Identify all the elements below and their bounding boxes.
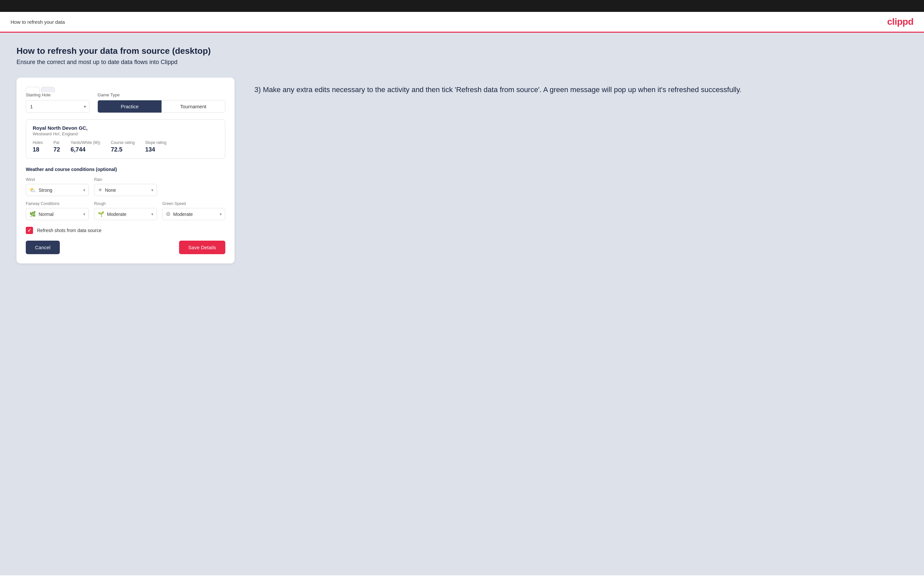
stat-course-rating: Course rating 72.5 bbox=[111, 140, 135, 153]
logo: clippd bbox=[887, 16, 913, 27]
tab-preview bbox=[26, 87, 225, 92]
course-rating-value: 72.5 bbox=[111, 146, 135, 153]
yards-label: Yards/White (M)) bbox=[71, 140, 100, 145]
rain-select[interactable]: None bbox=[105, 187, 149, 193]
empty-group bbox=[162, 177, 225, 196]
fairway-group: Fairway Conditions 🌿 Normal ▾ bbox=[26, 201, 89, 220]
practice-button[interactable]: Practice bbox=[98, 100, 161, 113]
green-speed-select-wrapper[interactable]: ⚙ Moderate ▾ bbox=[162, 208, 225, 220]
rain-select-wrapper[interactable]: ☀ None ▾ bbox=[94, 184, 157, 196]
yards-value: 6,744 bbox=[71, 146, 100, 153]
par-label: Par bbox=[53, 140, 60, 145]
content-row: Starting Hole 1 ▾ Game Type Practice Tou… bbox=[16, 77, 908, 263]
course-location: Westward Ho!, England bbox=[33, 131, 218, 136]
main-content: How to refresh your data from source (de… bbox=[0, 33, 924, 575]
fairway-select[interactable]: Normal bbox=[39, 211, 81, 217]
save-details-button[interactable]: Save Details bbox=[179, 241, 225, 254]
fairway-rough-green-row: Fairway Conditions 🌿 Normal ▾ Rough 🌱 bbox=[26, 201, 225, 220]
rain-chevron-icon: ▾ bbox=[151, 188, 153, 192]
stat-yards: Yards/White (M)) 6,744 bbox=[71, 140, 100, 153]
refresh-checkbox[interactable] bbox=[26, 227, 33, 234]
wind-label: Wind bbox=[26, 177, 89, 182]
form-actions: Cancel Save Details bbox=[26, 241, 225, 254]
starting-hole-game-type-row: Starting Hole 1 ▾ Game Type Practice Tou… bbox=[26, 92, 225, 113]
wind-select-wrapper[interactable]: ⛅ Strong ▾ bbox=[26, 184, 89, 196]
course-rating-label: Course rating bbox=[111, 140, 135, 145]
game-type-group: Game Type Practice Tournament bbox=[97, 92, 225, 113]
fairway-chevron-icon: ▾ bbox=[83, 212, 85, 216]
holes-label: Holes bbox=[33, 140, 43, 145]
rough-label: Rough bbox=[94, 201, 157, 206]
rain-group: Rain ☀ None ▾ bbox=[94, 177, 157, 196]
par-value: 72 bbox=[53, 146, 60, 153]
rough-chevron-icon: ▾ bbox=[151, 212, 153, 216]
starting-hole-select-wrapper[interactable]: 1 ▾ bbox=[26, 100, 89, 113]
rough-select[interactable]: Moderate bbox=[107, 211, 149, 217]
green-speed-select[interactable]: Moderate bbox=[173, 211, 217, 217]
wind-group: Wind ⛅ Strong ▾ bbox=[26, 177, 89, 196]
stat-holes: Holes 18 bbox=[33, 140, 43, 153]
cancel-button[interactable]: Cancel bbox=[26, 241, 60, 254]
wind-chevron-icon: ▾ bbox=[83, 188, 85, 192]
fairway-select-wrapper[interactable]: 🌿 Normal ▾ bbox=[26, 208, 89, 220]
page-subtitle: Ensure the correct and most up to date d… bbox=[16, 59, 908, 66]
page-title: How to refresh your data from source (de… bbox=[16, 46, 908, 56]
description-panel: 3) Make any extra edits necessary to the… bbox=[254, 77, 908, 95]
refresh-checkbox-label: Refresh shots from data source bbox=[37, 228, 102, 233]
fairway-label: Fairway Conditions bbox=[26, 201, 89, 206]
wind-icon: ⛅ bbox=[29, 187, 36, 193]
game-type-buttons: Practice Tournament bbox=[97, 100, 225, 113]
fairway-icon: 🌿 bbox=[29, 211, 36, 217]
tournament-button[interactable]: Tournament bbox=[162, 100, 225, 113]
wind-select[interactable]: Strong bbox=[39, 187, 81, 193]
rain-label: Rain bbox=[94, 177, 157, 182]
top-bar bbox=[0, 0, 924, 12]
conditions-section-label: Weather and course conditions (optional) bbox=[26, 167, 225, 172]
refresh-checkbox-row[interactable]: Refresh shots from data source bbox=[26, 227, 225, 234]
header: How to refresh your data clippd bbox=[0, 12, 924, 33]
tab-item-2 bbox=[41, 87, 55, 92]
course-name: Royal North Devon GC, bbox=[33, 125, 218, 131]
tab-item-1 bbox=[26, 87, 40, 92]
header-title: How to refresh your data bbox=[11, 19, 65, 25]
rough-icon: 🌱 bbox=[98, 211, 104, 217]
starting-hole-select[interactable]: 1 bbox=[26, 100, 89, 113]
stat-slope-rating: Slope rating 134 bbox=[145, 140, 166, 153]
starting-hole-group: Starting Hole 1 ▾ bbox=[26, 92, 89, 113]
rough-select-wrapper[interactable]: 🌱 Moderate ▾ bbox=[94, 208, 157, 220]
starting-hole-label: Starting Hole bbox=[26, 92, 89, 97]
green-speed-chevron-icon: ▾ bbox=[220, 212, 222, 216]
course-stats: Holes 18 Par 72 Yards/White (M)) 6,744 C… bbox=[33, 140, 218, 153]
rain-icon: ☀ bbox=[98, 187, 102, 193]
footer: Copyright Clippd 2022 bbox=[0, 575, 924, 577]
wind-rain-row: Wind ⛅ Strong ▾ Rain ☀ None bbox=[26, 177, 225, 196]
course-info: Royal North Devon GC, Westward Ho!, Engl… bbox=[26, 119, 225, 159]
rough-group: Rough 🌱 Moderate ▾ bbox=[94, 201, 157, 220]
green-speed-label: Green Speed bbox=[162, 201, 225, 206]
green-speed-icon: ⚙ bbox=[166, 211, 170, 217]
slope-rating-label: Slope rating bbox=[145, 140, 166, 145]
stat-par: Par 72 bbox=[53, 140, 60, 153]
game-type-label: Game Type bbox=[97, 92, 225, 97]
description-text: 3) Make any extra edits necessary to the… bbox=[254, 84, 908, 95]
holes-value: 18 bbox=[33, 146, 43, 153]
slope-rating-value: 134 bbox=[145, 146, 166, 153]
green-speed-group: Green Speed ⚙ Moderate ▾ bbox=[162, 201, 225, 220]
form-panel: Starting Hole 1 ▾ Game Type Practice Tou… bbox=[16, 77, 234, 263]
